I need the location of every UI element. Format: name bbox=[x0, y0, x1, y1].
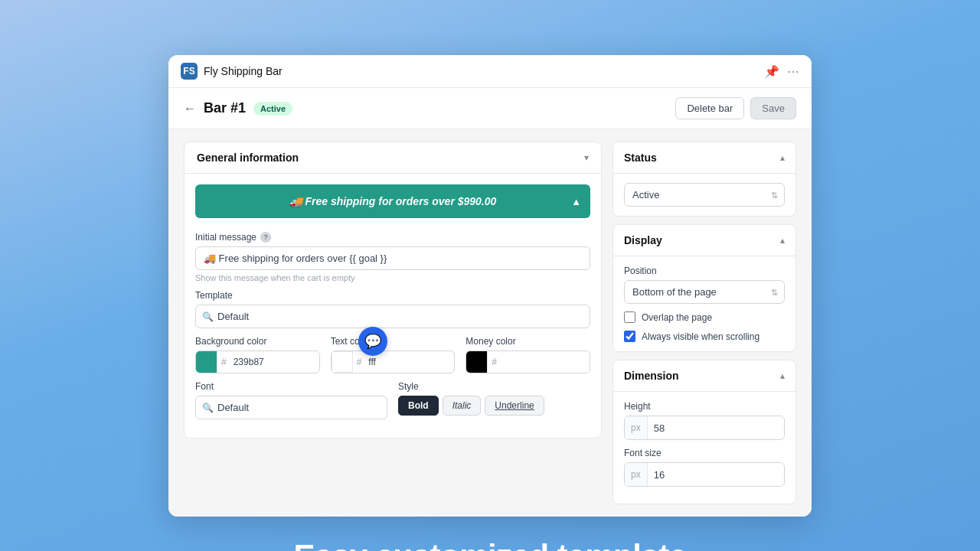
height-input[interactable] bbox=[648, 418, 784, 439]
preview-bar: 🚚 Free shipping for orders over $990.00 … bbox=[195, 184, 590, 218]
app-title: Fly Shipping Bar bbox=[204, 65, 283, 77]
height-label: Height bbox=[624, 401, 785, 412]
status-select-wrap: Active Inactive ⇅ bbox=[624, 183, 785, 207]
page-title: Bar #1 bbox=[204, 100, 246, 116]
always-visible-row: Always visible when scrolling bbox=[624, 331, 785, 342]
font-size-prefix: px bbox=[625, 463, 648, 486]
title-bar: FS Fly Shipping Bar 📌 ⋯ bbox=[168, 55, 812, 88]
color-row: Background color # Text color bbox=[195, 336, 590, 373]
search-icon: 🔍 bbox=[202, 311, 214, 322]
initial-message-input[interactable] bbox=[195, 246, 590, 270]
template-input[interactable] bbox=[195, 305, 590, 328]
style-label: Style bbox=[398, 381, 590, 392]
bg-color-wrap: # bbox=[195, 350, 320, 373]
font-size-label: Font size bbox=[624, 448, 785, 458]
always-visible-label: Always visible when scrolling bbox=[642, 331, 760, 342]
page-header-left: ← Bar #1 Active bbox=[184, 100, 292, 116]
content-area: General information ▾ 🚚 Free shipping fo… bbox=[168, 129, 812, 517]
bg-color-swatch[interactable] bbox=[196, 351, 217, 373]
position-select-wrap: Top of the page Bottom of the page ⇅ bbox=[624, 280, 785, 304]
style-field: Style Bold Italic Underline bbox=[398, 381, 590, 427]
left-panel: General information ▾ 🚚 Free shipping fo… bbox=[184, 142, 602, 504]
italic-style-button[interactable]: Italic bbox=[443, 396, 482, 416]
general-info-card: General information ▾ 🚚 Free shipping fo… bbox=[184, 142, 602, 439]
bg-color-input[interactable] bbox=[230, 352, 319, 372]
money-color-input[interactable] bbox=[501, 352, 590, 372]
text-color-input[interactable] bbox=[365, 352, 454, 372]
initial-message-hint: Show this message when the cart is empty bbox=[195, 273, 590, 282]
display-card-body: Position Top of the page Bottom of the p… bbox=[613, 256, 795, 351]
right-panel: Status ▴ Active Inactive ⇅ bbox=[612, 142, 796, 504]
font-style-row: Font 🔍 Style Bold Italic bbox=[195, 381, 590, 427]
status-chevron-icon: ▴ bbox=[780, 152, 785, 163]
dimension-card-body: Height px Font size px bbox=[613, 392, 795, 504]
page-header-right: Delete bar Save bbox=[675, 97, 796, 119]
chevron-down-icon: ▾ bbox=[584, 152, 589, 163]
dimension-card: Dimension ▴ Height px Font size bbox=[612, 360, 796, 504]
pin-icon[interactable]: 📌 bbox=[764, 64, 779, 79]
form-section: Initial message ? Show this message when… bbox=[185, 224, 601, 438]
display-card-header[interactable]: Display ▴ bbox=[613, 225, 795, 256]
underline-style-button[interactable]: Underline bbox=[485, 396, 544, 416]
font-search-icon: 🔍 bbox=[202, 403, 214, 413]
page-header: ← Bar #1 Active Delete bar Save bbox=[168, 88, 812, 129]
font-input[interactable] bbox=[195, 396, 387, 419]
general-info-header[interactable]: General information ▾ bbox=[185, 142, 601, 174]
preview-bar-text: 🚚 Free shipping for orders over $990.00 bbox=[289, 195, 497, 207]
status-badge: Active bbox=[253, 102, 292, 116]
money-color-swatch[interactable] bbox=[466, 351, 488, 373]
status-card-header[interactable]: Status ▴ bbox=[613, 142, 795, 174]
position-select[interactable]: Top of the page Bottom of the page bbox=[624, 280, 785, 304]
font-size-input-wrap: px bbox=[624, 462, 785, 487]
preview-bar-chevron-icon: ▲ bbox=[571, 196, 581, 207]
title-bar-actions: 📌 ⋯ bbox=[764, 64, 799, 79]
font-size-input[interactable] bbox=[648, 465, 784, 485]
dimension-chevron-icon: ▴ bbox=[780, 370, 785, 381]
font-field: Font 🔍 bbox=[195, 381, 387, 427]
height-field: Height px bbox=[624, 401, 785, 440]
delete-bar-button[interactable]: Delete bar bbox=[675, 97, 744, 119]
always-visible-checkbox[interactable] bbox=[624, 331, 635, 342]
template-label: Template bbox=[195, 290, 590, 301]
text-color-wrap: # bbox=[331, 350, 456, 373]
title-bar-left: FS Fly Shipping Bar bbox=[181, 63, 283, 80]
dimension-title: Dimension bbox=[624, 370, 679, 382]
font-label: Font bbox=[195, 381, 387, 392]
style-buttons: Bold Italic Underline bbox=[398, 396, 590, 416]
display-title: Display bbox=[624, 234, 662, 246]
bottom-tagline: Easy customized template bbox=[293, 538, 686, 551]
font-size-field: Font size px bbox=[624, 448, 785, 487]
status-card-body: Active Inactive ⇅ bbox=[613, 174, 795, 216]
app-icon: FS bbox=[181, 63, 198, 80]
initial-message-label: Initial message ? bbox=[195, 232, 590, 243]
money-color-field: Money color # bbox=[466, 336, 590, 373]
overlap-row: Overlap the page bbox=[624, 311, 785, 323]
dimension-card-header[interactable]: Dimension ▴ bbox=[613, 360, 795, 392]
money-color-label: Money color bbox=[466, 336, 590, 347]
text-color-swatch[interactable] bbox=[332, 351, 353, 373]
back-button[interactable]: ← bbox=[184, 102, 196, 116]
font-search-wrap: 🔍 bbox=[195, 396, 387, 419]
save-button[interactable]: Save bbox=[750, 97, 796, 119]
general-info-title: General information bbox=[197, 152, 299, 164]
text-color-field: Text color # bbox=[331, 336, 456, 373]
template-field: Template 🔍 bbox=[195, 290, 590, 328]
money-color-wrap: # bbox=[466, 350, 590, 373]
bg-color-field: Background color # bbox=[195, 336, 320, 373]
height-input-wrap: px bbox=[624, 416, 785, 440]
help-icon: ? bbox=[260, 232, 271, 243]
text-color-label: Text color bbox=[331, 336, 456, 347]
bold-style-button[interactable]: Bold bbox=[398, 396, 439, 416]
bg-color-label: Background color bbox=[195, 336, 320, 347]
overlap-label: Overlap the page bbox=[642, 312, 712, 323]
template-search-wrap: 🔍 bbox=[195, 305, 590, 328]
position-label: Position bbox=[624, 266, 785, 276]
display-chevron-icon: ▴ bbox=[780, 235, 785, 246]
more-icon[interactable]: ⋯ bbox=[787, 64, 799, 79]
chat-button[interactable]: 💬 bbox=[358, 327, 387, 356]
status-select[interactable]: Active Inactive bbox=[624, 183, 785, 207]
height-prefix: px bbox=[625, 416, 648, 439]
initial-message-field: Initial message ? Show this message when… bbox=[195, 232, 590, 282]
status-title: Status bbox=[624, 152, 657, 164]
overlap-checkbox[interactable] bbox=[624, 311, 635, 323]
